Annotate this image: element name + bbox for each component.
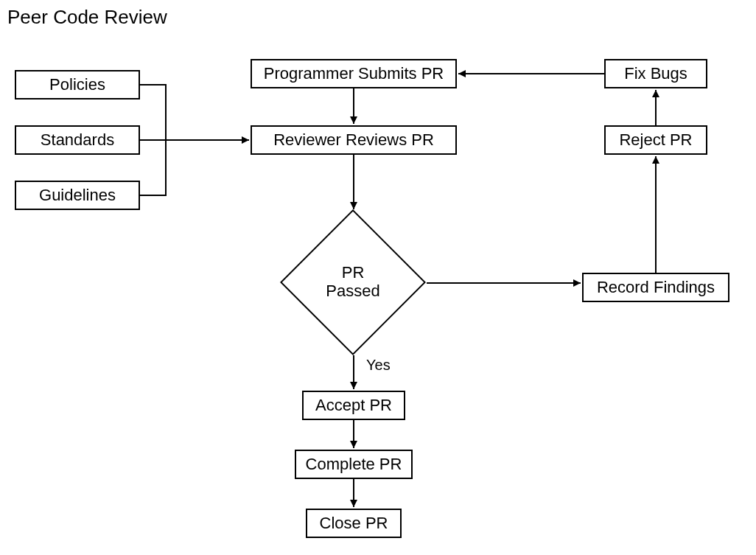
node-decision-label: PR Passed [301,263,405,301]
node-close: Close PR [306,509,402,538]
decision-text-line1: PR [342,263,365,282]
decision-text-line2: Passed [326,282,379,300]
node-policies: Policies [15,70,140,100]
node-reject: Reject PR [604,125,707,155]
node-record: Record Findings [582,273,729,302]
node-accept: Accept PR [302,391,405,420]
node-review: Reviewer Reviews PR [251,125,457,155]
node-submit: Programmer Submits PR [251,59,457,88]
node-fix: Fix Bugs [604,59,707,88]
edge-label-yes: Yes [366,357,391,374]
node-complete: Complete PR [295,450,413,479]
node-guidelines: Guidelines [15,181,140,210]
node-standards: Standards [15,125,140,155]
diagram-title: Peer Code Review [7,6,167,29]
